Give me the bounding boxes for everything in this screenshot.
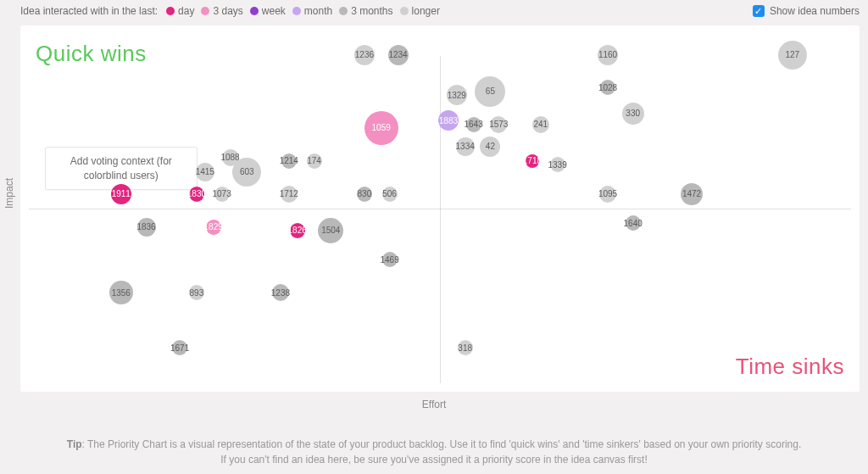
legend-dot-icon — [400, 7, 409, 15]
idea-bubble[interactable]: 506 — [382, 187, 398, 202]
idea-bubble[interactable]: 1028 — [600, 80, 615, 95]
legend-label: day — [178, 5, 194, 17]
idea-bubble[interactable]: 1826 — [290, 223, 305, 238]
idea-bubble[interactable]: 1238 — [272, 284, 289, 301]
idea-bubble[interactable]: 65 — [475, 76, 505, 107]
idea-bubble[interactable]: 893 — [189, 285, 204, 300]
idea-bubble[interactable]: 127 — [778, 41, 807, 70]
x-axis-label: Effort — [0, 399, 868, 410]
legend-item[interactable]: longer — [400, 5, 440, 17]
vertical-divider — [440, 56, 441, 383]
idea-bubble[interactable]: 330 — [622, 103, 644, 125]
tip-line-1: : The Priority Chart is a visual represe… — [82, 438, 802, 450]
idea-bubble[interactable]: 1095 — [599, 186, 616, 203]
idea-bubble[interactable]: 1883 — [438, 110, 459, 131]
legend-dot-icon — [250, 7, 259, 15]
idea-bubble[interactable]: 1334 — [456, 137, 475, 156]
legend-item[interactable]: 3 months — [339, 5, 392, 17]
idea-bubble[interactable]: 1836 — [137, 218, 156, 237]
priority-chart-root: Idea interacted with in the last: day3 d… — [0, 0, 868, 474]
idea-bubble[interactable]: 603 — [232, 158, 261, 187]
legend-item[interactable]: 3 days — [201, 5, 242, 17]
idea-bubble[interactable]: 241 — [532, 116, 549, 133]
tip-line-2: If you can't find an idea here, be sure … — [220, 454, 648, 466]
legend-intro: Idea interacted with in the last: — [20, 5, 158, 17]
idea-bubble[interactable]: 1236 — [354, 45, 375, 65]
legend-label: month — [304, 5, 332, 17]
idea-bubble[interactable]: 1234 — [388, 45, 409, 65]
idea-bubble[interactable]: 1469 — [382, 252, 398, 267]
idea-bubble[interactable]: 1339 — [550, 157, 565, 172]
idea-bubble[interactable]: 1504 — [318, 218, 343, 243]
idea-bubble[interactable]: 1160 — [598, 45, 618, 65]
tip-label: Tip — [67, 438, 82, 450]
idea-bubble[interactable]: 1356 — [109, 281, 133, 304]
quadrant-time-sinks: Time sinks — [736, 354, 844, 380]
idea-bubble[interactable]: 830 — [357, 187, 372, 202]
idea-bubble[interactable]: 318 — [458, 340, 473, 355]
idea-bubble[interactable]: 1073 — [214, 187, 230, 202]
legend-label: 3 days — [213, 5, 242, 17]
idea-bubble[interactable]: 1472 — [681, 183, 703, 205]
legend-item[interactable]: day — [166, 5, 194, 17]
tip-text: Tip: The Priority Chart is a visual repr… — [0, 437, 868, 467]
idea-bubble[interactable]: 1643 — [466, 117, 481, 132]
idea-bubble[interactable]: 1329 — [447, 85, 467, 105]
idea-bubble[interactable]: 1829 — [206, 220, 221, 235]
legend-item[interactable]: week — [250, 5, 286, 17]
idea-bubble[interactable]: 1640 — [626, 215, 641, 231]
legend-item[interactable]: month — [292, 5, 332, 17]
idea-bubble[interactable]: 1712 — [281, 186, 298, 203]
legend-dot-icon — [339, 7, 348, 15]
idea-bubble[interactable]: 1830 — [189, 187, 204, 202]
legend-label: longer — [412, 5, 440, 17]
idea-bubble[interactable]: 1214 — [281, 153, 297, 169]
legend-dot-icon — [166, 7, 175, 15]
idea-bubble[interactable]: 1911 — [111, 184, 131, 204]
legend-dot-icon — [292, 7, 301, 15]
top-bar: Idea interacted with in the last: day3 d… — [0, 0, 868, 22]
quadrant-quick-wins: Quick wins — [36, 41, 147, 67]
legend-dot-icon — [201, 7, 209, 15]
show-idea-numbers-label: Show idea numbers — [770, 5, 860, 17]
legend-label: week — [262, 5, 286, 17]
checkbox-icon[interactable]: ✓ — [753, 5, 765, 17]
legend-label: 3 months — [351, 5, 392, 17]
priority-chart[interactable]: Quick wins Time sinks Add voting context… — [20, 25, 860, 392]
idea-bubble[interactable]: 1573 — [490, 116, 507, 133]
idea-bubble[interactable]: 1059 — [364, 111, 398, 145]
idea-bubble[interactable]: 1671 — [172, 340, 187, 355]
idea-bubble[interactable]: 1415 — [196, 163, 214, 181]
legend: Idea interacted with in the last: day3 d… — [20, 5, 447, 17]
idea-bubble[interactable]: 1718 — [526, 154, 539, 168]
idea-bubble[interactable]: 174 — [307, 153, 322, 169]
horizontal-divider — [29, 209, 851, 209]
show-idea-numbers-toggle[interactable]: ✓ Show idea numbers — [753, 5, 860, 17]
idea-bubble[interactable]: 42 — [480, 137, 500, 157]
y-axis-label: Impact — [3, 178, 15, 209]
